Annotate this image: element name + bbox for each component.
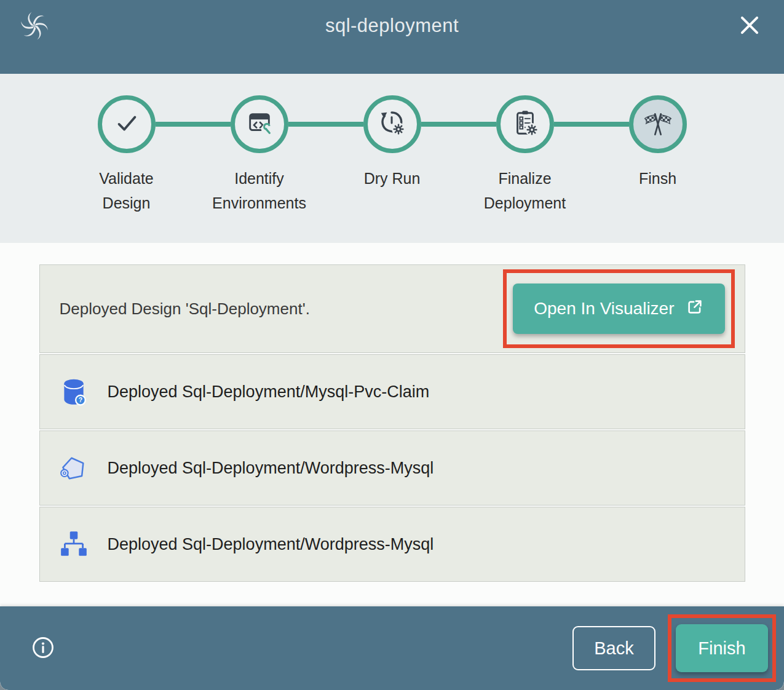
step-label: Finalize Deployment xyxy=(473,167,577,215)
database-badge: ? xyxy=(78,397,82,403)
meshery-logo-icon xyxy=(18,10,50,42)
close-button[interactable] xyxy=(734,10,766,42)
checkered-flags-icon xyxy=(643,108,673,141)
summary-text: Deployed Design 'Sql-Deployment'. xyxy=(60,299,310,319)
step-label: Validate Design xyxy=(74,167,179,215)
clipboard-gear-icon xyxy=(511,109,539,140)
modal-footer: Back Finish xyxy=(0,606,784,690)
results-section: Deployed Design 'Sql-Deployment'. Open I… xyxy=(0,243,784,606)
pentagon-icon xyxy=(58,453,89,483)
highlight-box-visualizer: Open In Visualizer xyxy=(503,269,734,348)
deployment-summary-row: Deployed Design 'Sql-Deployment'. Open I… xyxy=(39,264,745,353)
step-finalize-deployment: Finalize Deployment xyxy=(459,95,592,215)
deployment-stepper: Validate Design xyxy=(60,95,724,215)
results-list: Deployed Design 'Sql-Deployment'. Open I… xyxy=(39,264,745,582)
step-circle-finalize xyxy=(496,95,554,153)
close-icon xyxy=(736,12,763,41)
info-button[interactable] xyxy=(31,636,55,660)
step-circle-dry-run xyxy=(363,95,421,153)
result-text: Deployed Sql-Deployment/Mysql-Pvc-Claim xyxy=(108,383,430,402)
step-dry-run: Dry Run xyxy=(326,95,459,215)
open-in-visualizer-label: Open In Visualizer xyxy=(534,299,674,319)
deployment-result-row: ? Deployed Sql-Deployment/Mysql-Pvc-Clai… xyxy=(39,354,745,429)
deployment-result-row: Deployed Sql-Deployment/Wordpress-Mysql xyxy=(39,430,745,506)
code-window-wrench-icon xyxy=(245,109,274,140)
finish-button[interactable]: Finish xyxy=(676,624,768,672)
modal-header: sql-deployment xyxy=(0,0,784,74)
result-text: Deployed Sql-Deployment/Wordpress-Mysql xyxy=(108,535,434,554)
hierarchy-icon xyxy=(58,529,89,560)
step-label: Finsh xyxy=(606,167,710,191)
step-finish: Finsh xyxy=(592,95,724,215)
deployment-result-row: Deployed Sql-Deployment/Wordpress-Mysql xyxy=(39,507,745,582)
step-validate-design: Validate Design xyxy=(60,95,193,215)
page-title: sql-deployment xyxy=(325,10,459,42)
external-link-icon xyxy=(686,298,704,320)
step-label: Dry Run xyxy=(340,167,445,191)
step-identify-environments: Identify Environments xyxy=(193,95,326,215)
refresh-gear-icon xyxy=(378,109,406,140)
database-icon: ? xyxy=(58,376,89,407)
check-icon xyxy=(113,109,141,140)
step-circle-validate xyxy=(98,95,156,153)
open-in-visualizer-button[interactable]: Open In Visualizer xyxy=(513,284,724,334)
info-icon xyxy=(31,635,55,662)
deployment-wizard-modal: sql-deployment xyxy=(0,0,784,690)
back-button[interactable]: Back xyxy=(572,626,655,670)
step-circle-identify xyxy=(231,95,288,153)
highlight-box-finish: Finish xyxy=(668,614,776,682)
step-circle-finish xyxy=(629,95,687,153)
result-text: Deployed Sql-Deployment/Wordpress-Mysql xyxy=(108,459,434,478)
step-label: Identify Environments xyxy=(207,167,312,215)
stepper-section: Validate Design xyxy=(0,74,784,243)
